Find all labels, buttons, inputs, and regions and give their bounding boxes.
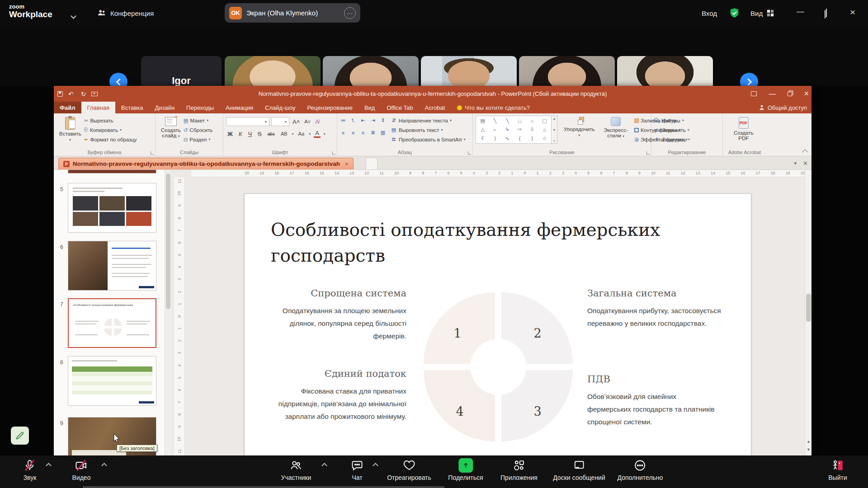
tab-review[interactable]: Рецензирование <box>302 102 359 113</box>
ppt-minimize-button[interactable]: — <box>769 90 776 98</box>
italic-button[interactable]: К <box>237 131 244 137</box>
slide-thumbnail-selected[interactable]: Особливості оподаткування фермерських <box>68 298 156 348</box>
share-button[interactable]: Поделиться <box>448 458 483 481</box>
tab-shared-screen[interactable]: OK Экран (Olha Klymenko) ... <box>225 3 360 23</box>
more-button[interactable]: Дополнительно <box>618 458 663 481</box>
undo-icon[interactable]: ↶▾ <box>68 90 75 98</box>
slide[interactable]: Особливості оподаткування фермерських го… <box>244 193 751 455</box>
document-tab[interactable]: P Normativno-pravove-regulyuvannya-oblik… <box>58 158 354 169</box>
tab-insert[interactable]: Вставка <box>115 102 149 113</box>
slide-thumbnail[interactable] <box>68 241 156 291</box>
boards-button[interactable]: Доски сообщений <box>553 458 605 481</box>
change-case-button[interactable]: Аа <box>297 131 306 136</box>
align-right-icon[interactable]: ≡ <box>360 130 366 136</box>
chat-options-chevron[interactable] <box>373 463 378 469</box>
font-color-button[interactable]: А <box>314 130 321 138</box>
thumbnail-scrollbar[interactable] <box>165 170 171 455</box>
tell-me-box[interactable]: Что вы хотите сделать? <box>451 102 536 113</box>
strikethrough-button[interactable]: S <box>256 131 263 137</box>
underline-button[interactable]: Ч <box>246 131 253 137</box>
doc-tab-list-icon[interactable]: ▾ <box>794 160 797 166</box>
collapse-ribbon-icon[interactable] <box>802 149 808 155</box>
quick-styles-button[interactable]: Экспресс-стили ▾ <box>601 116 631 140</box>
ppt-share-button[interactable]: Общий доступ <box>759 102 807 113</box>
signin-button[interactable]: Вход <box>702 0 717 26</box>
previous-slide-button[interactable]: ▲ <box>805 439 811 444</box>
layout-button[interactable]: ▤Макет▾ <box>184 116 213 125</box>
slide-thumbnail-partial[interactable] <box>68 170 156 174</box>
columns-icon[interactable]: ▥ <box>380 130 386 136</box>
bold-button[interactable]: Ж <box>226 131 234 137</box>
redo-icon[interactable]: ↻ <box>81 90 86 98</box>
shapes-gallery[interactable]: ▤╲╲□○▢△⌐↳⇨⇩⌂ʕ)∿{}☆ <box>476 116 552 144</box>
increase-indent-icon[interactable]: ⇥ <box>370 117 376 123</box>
ppt-close-button[interactable]: × <box>804 89 809 99</box>
tab-design[interactable]: Дизайн <box>149 102 180 113</box>
qat-customize-icon[interactable]: ▾ <box>103 92 105 96</box>
new-document-tab-stub[interactable] <box>366 158 377 169</box>
next-slide-button[interactable]: ▼ <box>805 447 811 452</box>
abc-strike-button[interactable]: abc <box>266 131 276 136</box>
view-button[interactable]: Вид <box>750 0 774 26</box>
font-name-combo[interactable] <box>226 117 269 126</box>
audio-button[interactable]: Звук <box>24 458 37 481</box>
replace-button[interactable]: ab⇄Заменить▾ <box>654 125 720 135</box>
align-center-icon[interactable]: ≡ <box>350 130 356 136</box>
tab-file[interactable]: Файл <box>54 102 81 113</box>
text-direction-button[interactable]: ⇵Направление текста▾ <box>391 116 466 125</box>
tab-transitions[interactable]: Переходы <box>180 102 220 113</box>
align-text-button[interactable]: ▤Выровнять текст▾ <box>391 125 466 135</box>
tab-more-icon[interactable]: ... <box>344 7 356 19</box>
font-size-combo[interactable] <box>271 117 289 126</box>
tab-acrobat[interactable]: Acrobat <box>419 102 451 113</box>
slide-scrollbar[interactable]: ▲ ▼ <box>805 170 811 455</box>
paste-button[interactable]: Вставить▾ <box>57 116 84 144</box>
smartart-button[interactable]: ⧉Преобразовать в SmartArt▾ <box>391 135 466 144</box>
minimize-button[interactable]: — <box>797 7 804 16</box>
save-icon[interactable] <box>57 91 63 97</box>
doc-tab-close-icon[interactable]: × <box>345 160 349 167</box>
copy-button[interactable]: ⎘Копировать▾ <box>84 125 137 135</box>
dialog-launcher-icon[interactable] <box>151 151 154 155</box>
slideshow-icon[interactable] <box>91 92 98 96</box>
new-slide-button[interactable]: Создатьслайд ▾ <box>158 116 184 144</box>
section-button[interactable]: ⊟Раздел▾ <box>184 135 213 144</box>
dialog-launcher-icon[interactable] <box>646 151 650 155</box>
leave-button[interactable]: Выйти <box>828 458 847 481</box>
slide-thumbnail[interactable] <box>68 183 156 233</box>
line-spacing-icon[interactable]: ⇕ <box>380 117 386 123</box>
arrange-button[interactable]: Упорядочить▾ <box>561 116 597 139</box>
tab-meeting[interactable]: Конференция <box>97 0 154 26</box>
cut-button[interactable]: ✂Вырезать <box>84 116 137 125</box>
doc-bar-close-icon[interactable]: ✕ <box>803 160 808 167</box>
create-pdf-button[interactable]: PDF СоздатьPDF <box>731 116 756 142</box>
reset-button[interactable]: ↺Сбросить <box>184 125 213 135</box>
close-button[interactable]: × <box>850 7 855 18</box>
tab-animation[interactable]: Анимация <box>220 102 259 113</box>
bullets-icon[interactable]: ≔ <box>340 117 346 123</box>
dialog-launcher-icon[interactable] <box>332 151 335 155</box>
tab-office-tab[interactable]: Office Tab <box>381 102 419 113</box>
justify-icon[interactable]: ≣ <box>370 130 376 136</box>
annotate-button[interactable] <box>11 427 29 445</box>
tab-home[interactable]: Главная <box>81 102 115 113</box>
select-button[interactable]: ↖Выделить▾ <box>654 135 720 144</box>
numbering-icon[interactable]: ⒈ <box>350 117 356 124</box>
format-painter-button[interactable]: ✒Формат по образцу <box>84 135 137 144</box>
shrink-font-button[interactable]: А˅ <box>303 119 312 124</box>
character-spacing-button[interactable]: АВ <box>279 131 289 136</box>
tab-view[interactable]: Вид <box>359 102 381 113</box>
apps-button[interactable]: Приложения <box>500 458 538 481</box>
video-button[interactable]: Видео <box>72 458 91 481</box>
react-button[interactable]: Отреагировать <box>387 458 431 481</box>
align-left-icon[interactable]: ≡ <box>340 130 346 136</box>
ppt-restore-button[interactable] <box>788 92 792 96</box>
dialog-launcher-icon[interactable] <box>468 151 471 155</box>
audio-options-chevron[interactable] <box>46 463 52 469</box>
chevron-down-icon[interactable] <box>71 12 75 20</box>
ribbon-display-options-icon[interactable] <box>751 91 757 96</box>
shapes-scrollbar[interactable]: ▲▼≡ <box>552 116 557 144</box>
tab-slideshow[interactable]: Слайд-шоу <box>259 102 301 113</box>
find-button[interactable]: Найти <box>654 116 720 125</box>
participants-button[interactable]: Участники <box>281 458 311 481</box>
